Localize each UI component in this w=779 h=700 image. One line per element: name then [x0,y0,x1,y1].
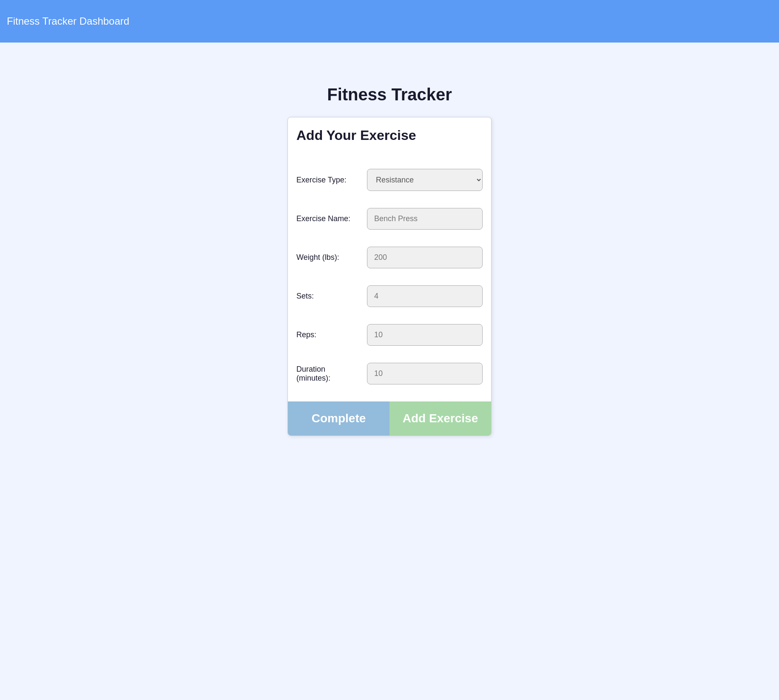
add-exercise-button[interactable]: Add Exercise [390,401,491,435]
sets-label: Sets: [296,292,360,301]
exercise-name-input[interactable] [367,208,483,230]
reps-input[interactable] [367,324,483,346]
complete-button[interactable]: Complete [288,401,390,435]
exercise-type-select[interactable]: Resistance Cardio Flexibility Strength [367,169,483,191]
page-title: Fitness Tracker [327,85,452,104]
exercise-type-label: Exercise Type: [296,176,360,185]
weight-group: Weight (lbs): [296,247,483,268]
form-card-title: Add Your Exercise [296,128,483,143]
exercise-name-group: Exercise Name: [296,208,483,230]
main-container: Fitness Tracker Add Your Exercise Exerci… [0,43,779,436]
reps-label: Reps: [296,330,360,339]
exercise-type-group: Exercise Type: Resistance Cardio Flexibi… [296,169,483,191]
duration-input[interactable] [367,363,483,384]
sets-group: Sets: [296,285,483,307]
weight-input[interactable] [367,247,483,268]
weight-label: Weight (lbs): [296,253,360,262]
exercise-form-card: Add Your Exercise Exercise Type: Resista… [287,117,492,436]
sets-input[interactable] [367,285,483,307]
duration-group: Duration (minutes): [296,363,483,384]
duration-label: Duration (minutes): [296,365,360,383]
form-buttons: Complete Add Exercise [288,401,491,435]
exercise-name-label: Exercise Name: [296,214,360,223]
header-title: Fitness Tracker Dashboard [7,15,129,27]
reps-group: Reps: [296,324,483,346]
app-header: Fitness Tracker Dashboard [0,0,779,43]
